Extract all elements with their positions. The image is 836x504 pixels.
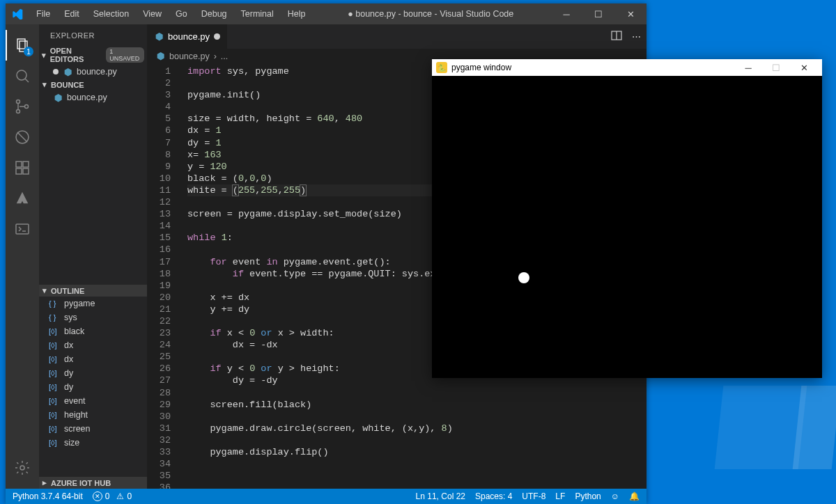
menu-edit[interactable]: Edit [59,6,85,22]
outline-item-dx[interactable]: [◊]dx [39,352,147,366]
maximize-button[interactable]: ☐ [582,3,614,24]
window-title: ● bounce.py - bounce - Visual Studio Cod… [311,9,550,19]
tab-bounce[interactable]: ⬢ bounce.py [147,24,228,49]
pygame-maximize-button[interactable]: ☐ [762,63,790,73]
source-control-icon[interactable] [6,91,39,122]
menu-go[interactable]: Go [170,6,193,22]
svg-point-4 [17,100,20,104]
extensions-icon[interactable] [6,152,39,183]
python-file-icon: ⬢ [155,51,165,61]
tabs-actions: ⋯ [605,24,647,49]
svg-rect-10 [23,162,29,167]
svg-rect-0 [17,39,25,49]
outline-item-dx[interactable]: [◊]dx [39,338,147,352]
error-icon: ✕ [93,491,102,501]
outline-item-screen[interactable]: [◊]screen [39,422,147,436]
vscode-logo-icon [11,8,24,20]
azure-header[interactable]: ▸ AZURE IOT HUB [39,477,147,489]
status-eol[interactable]: LF [555,491,565,501]
notifications-icon[interactable]: 🔔 [629,491,640,501]
feedback-icon[interactable]: ☺ [611,491,619,501]
svg-rect-12 [23,168,29,174]
close-button[interactable]: ✕ [614,3,647,24]
python-file-icon: ⬢ [63,67,72,77]
file-tree-item[interactable]: ⬢ bounce.py [39,90,147,104]
more-actions-icon[interactable]: ⋯ [632,31,641,42]
status-cursor[interactable]: Ln 11, Col 22 [416,491,465,501]
settings-gear-icon[interactable] [6,452,39,483]
window-controls: ─ ☐ ✕ [550,3,647,24]
svg-point-5 [17,110,20,113]
svg-rect-11 [16,168,22,174]
menu-debug[interactable]: Debug [196,6,233,22]
outline-item-label: dx [64,354,73,364]
outline-item-dy[interactable]: [◊]dy [39,366,147,380]
symbol-icon: [◊] [49,383,60,391]
outline-item-label: dy [64,368,73,378]
azure-label: AZURE IOT HUB [51,479,111,487]
pygame-logo-icon: 🐍 [436,62,447,73]
file-tree-filename: bounce.py [67,93,107,102]
minimize-button[interactable]: ─ [550,3,582,24]
outline-item-black[interactable]: [◊]black [39,324,147,338]
breadcrumb-sep: › [214,52,217,61]
dirty-dot-icon [214,33,220,40]
menu-file[interactable]: File [31,6,56,22]
titlebar: FileEditSelectionViewGoDebugTerminalHelp… [6,3,647,24]
open-editor-item[interactable]: ⬢ bounce.py [39,65,147,79]
outline-item-label: black [64,326,84,336]
outline-item-pygame[interactable]: { }pygame [39,297,147,310]
outline-item-height[interactable]: [◊]height [39,408,147,422]
menu-bar: FileEditSelectionViewGoDebugTerminalHelp [31,6,311,22]
outline-item-event[interactable]: [◊]event [39,394,147,408]
powershell-icon[interactable] [6,214,39,244]
menu-terminal[interactable]: Terminal [235,6,279,22]
explorer-icon[interactable]: 1 [6,30,39,61]
python-file-icon: ⬢ [154,31,164,42]
explorer-badge: 1 [24,47,33,56]
open-editor-filename: bounce.py [77,67,117,77]
open-editors-label: OPEN EDITORS [50,47,102,63]
split-editor-icon[interactable] [611,30,622,43]
svg-line-8 [17,132,27,142]
menu-help[interactable]: Help [282,6,311,22]
outline-item-label: sys [64,313,77,322]
open-editors-header[interactable]: ▾ OPEN EDITORS 1 UNSAVED [39,45,147,65]
sidebar-title: EXPLORER [39,24,147,45]
status-spaces[interactable]: Spaces: 4 [475,491,512,501]
windows-desktop-light [715,386,807,469]
folder-label: BOUNCE [51,81,84,89]
menu-selection[interactable]: Selection [88,6,134,22]
symbol-icon: [◊] [49,397,60,405]
outline-item-size[interactable]: [◊]size [39,436,147,450]
warning-count: 0 [127,491,132,501]
status-problems[interactable]: ✕0 ⚠0 [93,491,132,501]
pygame-close-button[interactable]: ✕ [790,63,818,73]
bouncing-ball [518,272,529,283]
dirty-dot-icon [53,69,59,74]
symbol-icon: [◊] [49,411,60,419]
outline-item-sys[interactable]: { }sys [39,310,147,324]
outline-item-label: size [64,438,79,448]
chevron-down-icon: ▾ [40,51,48,60]
status-python[interactable]: Python 3.7.4 64-bit [13,491,83,501]
symbol-icon: [◊] [49,425,60,433]
svg-rect-9 [16,162,22,167]
svg-point-14 [20,466,24,470]
status-lang[interactable]: Python [575,491,601,501]
outline-header[interactable]: ▾ OUTLINE [39,285,147,297]
debug-icon[interactable] [6,122,39,152]
pygame-minimize-button[interactable]: ─ [734,63,762,73]
outline-item-label: pygame [64,299,95,308]
status-encoding[interactable]: UTF-8 [522,491,545,501]
status-bar: Python 3.7.4 64-bit ✕0 ⚠0 Ln 11, Col 22 … [6,489,647,504]
outline-section: { }pygame{ }sys[◊]black[◊]dx[◊]dx[◊]dy[◊… [39,297,147,477]
chevron-right-icon: ▸ [40,478,49,487]
unsaved-badge: 1 UNSAVED [106,47,144,63]
azure-icon[interactable] [6,183,39,214]
folder-header[interactable]: ▾ BOUNCE [39,79,147,90]
outline-item-dy[interactable]: [◊]dy [39,380,147,394]
menu-view[interactable]: View [137,6,167,22]
search-icon[interactable] [6,61,39,91]
outline-item-label: dx [64,340,73,350]
